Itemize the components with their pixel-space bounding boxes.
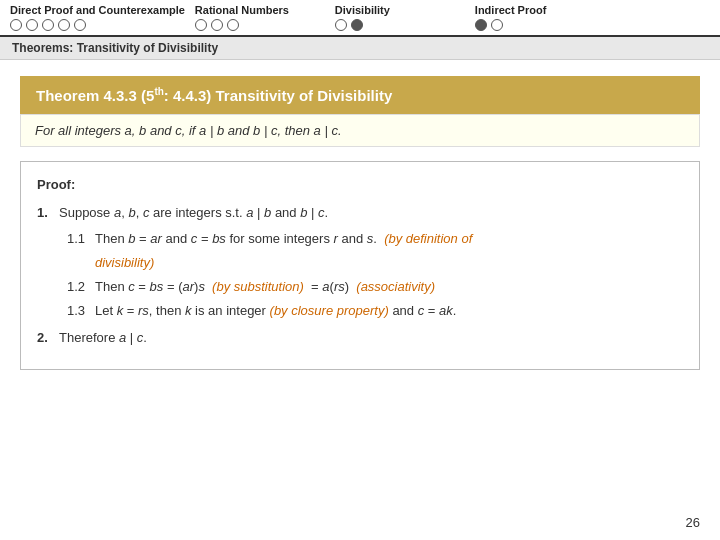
- dot-i1: [475, 19, 487, 31]
- theorem-statement: For all integers a, b and c, if a | b an…: [20, 114, 700, 147]
- dot-r2: [211, 19, 223, 31]
- nav-dots-div: [335, 19, 363, 31]
- dot-r3: [227, 19, 239, 31]
- page-number: 26: [686, 515, 700, 530]
- step-text-2: Therefore a | c.: [59, 327, 147, 349]
- sub-num-1-1: 1.1: [67, 228, 95, 250]
- step-num-2: 2.: [37, 327, 59, 349]
- dot-4: [58, 19, 70, 31]
- proof-step-2: 2. Therefore a | c.: [37, 327, 683, 349]
- note-1-2-sub: (by substitution): [212, 279, 304, 294]
- nav-section-label-rational: Rational Numbers: [195, 4, 289, 16]
- sub-num-1-3: 1.3: [67, 300, 95, 322]
- sub-num-1-2: 1.2: [67, 276, 95, 298]
- dot-3: [42, 19, 54, 31]
- proof-title: Proof:: [37, 174, 683, 196]
- sub-step-1-3: 1.3 Let k = rs, then k is an integer (by…: [67, 300, 683, 322]
- step-num-1: 1.: [37, 202, 59, 224]
- dot-2: [26, 19, 38, 31]
- dot-i2: [491, 19, 503, 31]
- dot-d2: [351, 19, 363, 31]
- main-content: Theorem 4.3.3 (5th: 4.4.3) Transitivity …: [0, 60, 720, 386]
- dot-5: [74, 19, 86, 31]
- theorem-header: Theorem 4.3.3 (5th: 4.4.3) Transitivity …: [20, 76, 700, 114]
- dot-1: [10, 19, 22, 31]
- proof-box: Proof: 1. Suppose a, b, c are integers s…: [20, 161, 700, 370]
- sub-text-1-2: Then c = bs = (ar)s (by substitution) = …: [95, 276, 435, 298]
- sub-text-1-3: Let k = rs, then k is an integer (by clo…: [95, 300, 456, 322]
- nav-section-divisibility[interactable]: Divisibility: [335, 4, 475, 31]
- sub-text-1-1: Then b = ar and c = bs for some integers…: [95, 228, 472, 250]
- nav-section-label: Direct Proof and Counterexample: [10, 4, 185, 16]
- nav-section-indirect[interactable]: Indirect Proof: [475, 4, 615, 31]
- sub-step-1-1: 1.1 Then b = ar and c = bs for some inte…: [67, 228, 683, 250]
- dot-d1: [335, 19, 347, 31]
- sub-step-1-2: 1.2 Then c = bs = (ar)s (by substitution…: [67, 276, 683, 298]
- nav-section-label-div: Divisibility: [335, 4, 390, 16]
- nav-dots-rational: [195, 19, 239, 31]
- nav-dots-indirect: [475, 19, 503, 31]
- nav-section-rational[interactable]: Rational Numbers: [195, 4, 335, 31]
- nav-bar: Direct Proof and Counterexample Rational…: [0, 0, 720, 37]
- note-1-2-assoc: (associativity): [356, 279, 435, 294]
- proof-step-1: 1. Suppose a, b, c are integers s.t. a |…: [37, 202, 683, 224]
- nav-section-direct-proof[interactable]: Direct Proof and Counterexample: [10, 4, 195, 31]
- dot-r1: [195, 19, 207, 31]
- step-text-1: Suppose a, b, c are integers s.t. a | b …: [59, 202, 328, 224]
- breadcrumb: Theorems: Transitivity of Divisibility: [0, 37, 720, 60]
- nav-dots-direct-proof: [10, 19, 86, 31]
- nav-section-label-indirect: Indirect Proof: [475, 4, 547, 16]
- note-1-1: (by definition of: [384, 231, 472, 246]
- sub-note-cont-1-1: divisibility): [95, 252, 683, 274]
